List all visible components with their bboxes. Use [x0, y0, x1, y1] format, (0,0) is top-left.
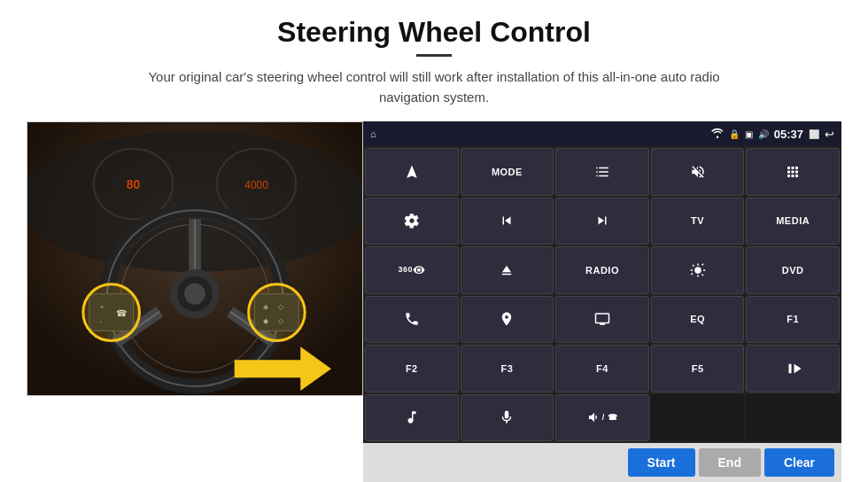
nav-button[interactable] [365, 148, 459, 196]
title-divider [416, 54, 452, 57]
f5-button[interactable]: F5 [651, 345, 745, 393]
page-container: Steering Wheel Control Your original car… [0, 0, 868, 482]
eject-button[interactable] [461, 246, 554, 294]
mute-button[interactable] [651, 148, 745, 196]
prev-button[interactable] [461, 198, 554, 245]
bt-icon: 🔊 [758, 129, 769, 139]
svg-text:80: 80 [127, 177, 141, 191]
empty-btn-2 [746, 394, 840, 442]
mic-button[interactable] [461, 394, 554, 442]
wifi-icon [711, 128, 724, 141]
status-bar: ⌂ 🔒 ▣ 🔊 05:37 ⬜ ↩ [363, 121, 841, 146]
list-button[interactable] [555, 148, 649, 196]
cam360-button[interactable]: 360 [365, 246, 459, 294]
media-button[interactable]: MEDIA [746, 198, 840, 245]
f2-button[interactable]: F2 [365, 345, 459, 393]
start-button[interactable]: Start [628, 448, 695, 477]
button-grid: MODE TV [363, 146, 841, 443]
empty-btn-1 [651, 394, 745, 442]
settings-button[interactable] [365, 198, 459, 245]
window-icon: ⬜ [809, 129, 819, 139]
radio-button[interactable]: RADIO [555, 246, 649, 294]
page-subtitle: Your original car's steering wheel contr… [124, 67, 744, 107]
sim-icon: ▣ [745, 129, 753, 139]
music-button[interactable] [365, 394, 459, 442]
play-pause-button[interactable] [746, 345, 840, 393]
navigation2-button[interactable] [461, 296, 554, 344]
apps-button[interactable] [746, 148, 840, 196]
end-button[interactable]: End [699, 448, 761, 477]
vol-toggle-button[interactable]: / ☎ [555, 394, 649, 442]
f3-button[interactable]: F3 [461, 345, 554, 393]
home-icon[interactable]: ⌂ [370, 128, 376, 139]
f1-button[interactable]: F1 [746, 296, 840, 344]
eq-button[interactable]: EQ [651, 296, 745, 344]
svg-text:4000: 4000 [244, 179, 268, 191]
phone-button[interactable] [365, 296, 459, 344]
status-left: ⌂ [370, 128, 376, 139]
next-button[interactable] [555, 198, 649, 245]
time-display: 05:37 [774, 128, 803, 141]
brightness-button[interactable] [651, 246, 745, 294]
lock-icon: 🔒 [729, 129, 740, 139]
back-icon[interactable]: ↩ [825, 128, 834, 141]
steering-wheel-image: 80 4000 + [27, 121, 363, 396]
svg-point-18 [184, 284, 205, 305]
content-area: 80 4000 + [27, 121, 841, 482]
control-panel: ⌂ 🔒 ▣ 🔊 05:37 ⬜ ↩ [363, 121, 841, 482]
clear-button[interactable]: Clear [764, 448, 834, 477]
action-bar: Start End Clear [363, 443, 841, 482]
mode-button[interactable]: MODE [461, 148, 554, 196]
dvd-button[interactable]: DVD [746, 246, 840, 294]
status-right: 🔒 ▣ 🔊 05:37 ⬜ ↩ [711, 128, 834, 141]
svg-point-28 [83, 284, 140, 341]
page-title: Steering Wheel Control [277, 16, 591, 49]
svg-point-29 [249, 284, 306, 341]
screen-button[interactable] [555, 296, 649, 344]
tv-button[interactable]: TV [651, 198, 745, 245]
f4-button[interactable]: F4 [555, 345, 649, 393]
